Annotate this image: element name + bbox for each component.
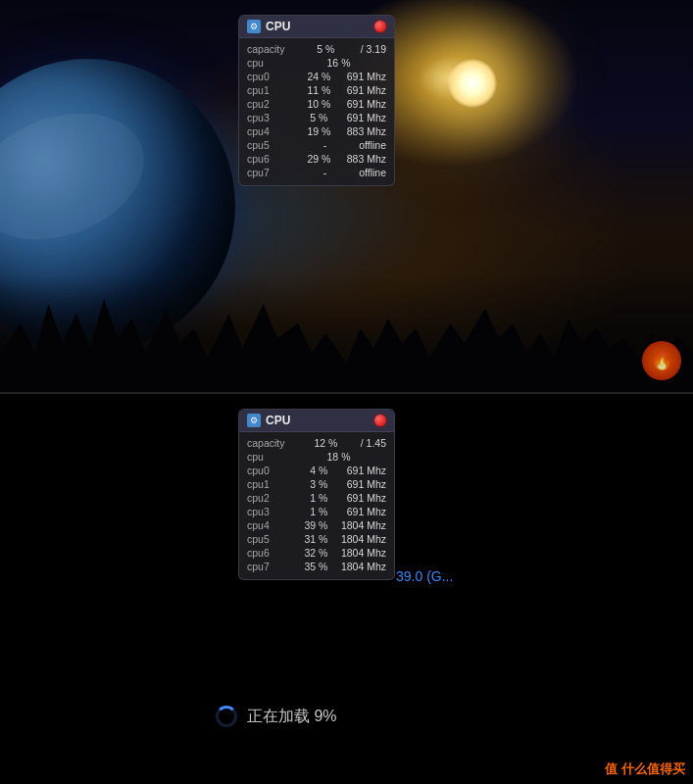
cpu-chip-icon: ⚙ [247,20,261,33]
cpu-row-value: - [323,167,327,178]
trees-silhouette [0,274,693,392]
table-row: cpu31 %691 Mhz [247,505,386,518]
watermark-text: 什么值得买 [621,761,685,776]
loading-spinner [216,706,237,727]
cpu-row-label: cpu6 [247,547,291,559]
cpu-row-extra: 691 Mhz [347,112,386,123]
cpu-row-label: cpu3 [247,506,291,517]
cpu-row-label: cpu7 [247,167,291,178]
table-row: cpu024 %691 Mhz [247,70,386,83]
cpu-row-label: capacity [247,437,291,449]
cpu-chip-icon-b: ⚙ [247,414,261,427]
cpu-row-value: 4 % [310,465,327,476]
table-row: cpu735 %1804 Mhz [247,560,386,573]
cpu-widget-header-top: ⚙ CPU [239,16,394,38]
cpu-row-label: cpu7 [247,561,291,572]
watermark-icon: 值 [605,761,618,776]
table-row: cpu13 %691 Mhz [247,477,386,491]
cpu-close-button-bottom[interactable] [374,415,386,426]
cpu-widget-body-bottom: capacity12 %/ 1.45cpu18 %cpu04 %691 Mhzc… [239,432,394,579]
cpu-widget-header-bottom: ⚙ CPU [239,410,394,432]
bottom-panel: ⚙ CPU capacity12 %/ 1.45cpu18 %cpu04 %69… [0,394,693,784]
cpu-widget-body-top: capacity5 %/ 3.19cpu16 %cpu024 %691 Mhzc… [239,38,394,185]
loading-area: 正在加载 9% [216,706,337,727]
cpu-row-label: cpu2 [247,98,291,110]
cpu-row-value: 11 % [307,84,330,96]
cpu-widget-top: ⚙ CPU capacity5 %/ 3.19cpu16 %cpu024 %69… [238,15,395,186]
cpu-row-label: cpu4 [247,519,291,531]
cpu-row-label: cpu [247,57,291,69]
cpu-row-value: 3 % [310,478,327,490]
cpu-row-extra: / 3.19 [361,43,386,55]
cpu-row-value: 19 % [307,125,330,137]
cpu-row-label: cpu4 [247,125,291,137]
table-row: cpu629 %883 Mhz [247,152,386,166]
table-row: cpu111 %691 Mhz [247,83,386,97]
sun-glow [448,59,497,108]
cpu-widget-title-bottom: CPU [266,414,290,427]
cpu-row-value: 39 % [304,519,327,531]
cpu-row-value: 24 % [307,71,330,82]
cpu-header-left-b: ⚙ CPU [247,414,290,427]
cpu-widget-bottom: ⚙ CPU capacity12 %/ 1.45cpu18 %cpu04 %69… [238,409,395,580]
table-row: cpu18 % [247,450,386,464]
cpu-row-extra: 1804 Mhz [341,561,386,572]
cpu-row-value: 32 % [304,547,327,559]
cpu-row-value: 35 % [304,561,327,572]
table-row: cpu632 %1804 Mhz [247,546,386,560]
overlay-text: 39.0 (G... [396,568,453,584]
cpu-header-left: ⚙ CPU [247,20,290,33]
cpu-row-extra: / 1.45 [361,437,386,449]
cpu-row-label: cpu [247,451,291,463]
cpu-row-label: cpu3 [247,112,291,123]
table-row: cpu5-offline [247,138,386,152]
cpu-row-extra: 691 Mhz [347,84,386,96]
cpu-row-value: 1 % [310,492,327,504]
table-row: cpu7-offline [247,166,386,179]
cpu-row-extra: 883 Mhz [347,125,386,137]
cpu-row-extra: 691 Mhz [347,71,386,82]
cpu-row-extra: 1804 Mhz [341,533,386,545]
cpu-row-extra: 1804 Mhz [341,547,386,559]
cpu-row-value: 12 % [314,437,337,449]
table-row: cpu16 % [247,56,386,70]
cpu-row-extra: 691 Mhz [347,98,386,110]
table-row: cpu04 %691 Mhz [247,464,386,477]
cpu-row-value: 31 % [304,533,327,545]
cpu-row-label: cpu5 [247,139,291,151]
cpu-row-extra: offline [359,167,386,178]
cpu-row-value: 5 % [310,112,327,123]
cpu-row-value: 10 % [307,98,330,110]
cpu-row-extra: 691 Mhz [347,478,386,490]
loading-text: 正在加载 9% [247,707,337,727]
cpu-row-label: cpu1 [247,84,291,96]
table-row: cpu531 %1804 Mhz [247,532,386,546]
cpu-row-value: 18 % [327,451,351,463]
cpu-row-extra: 1804 Mhz [341,519,386,531]
cpu-row-label: capacity [247,43,291,55]
cpu-row-label: cpu1 [247,478,291,490]
table-row: capacity12 %/ 1.45 [247,436,386,450]
logo-badge-top: 🔥 [642,341,681,380]
cpu-close-button-top[interactable] [374,21,386,32]
table-row: cpu439 %1804 Mhz [247,518,386,532]
cpu-row-extra: 691 Mhz [347,465,386,476]
top-panel: ⚙ CPU capacity5 %/ 3.19cpu16 %cpu024 %69… [0,0,693,392]
watermark: 值 什么值得买 [605,760,685,778]
cpu-row-label: cpu0 [247,465,291,476]
cpu-row-extra: 691 Mhz [347,506,386,517]
table-row: cpu210 %691 Mhz [247,97,386,111]
cpu-row-label: cpu6 [247,153,291,165]
cpu-row-value: 1 % [310,506,327,517]
cpu-row-label: cpu0 [247,71,291,82]
table-row: cpu35 %691 Mhz [247,111,386,124]
cpu-row-label: cpu5 [247,533,291,545]
cpu-row-value: 16 % [327,57,351,69]
cpu-row-extra: offline [359,139,386,151]
cpu-widget-title-top: CPU [266,20,290,33]
cpu-row-label: cpu2 [247,492,291,504]
cpu-row-value: - [323,139,327,151]
cpu-row-value: 5 % [317,43,334,55]
table-row: cpu21 %691 Mhz [247,491,386,505]
cpu-row-extra: 883 Mhz [347,153,386,165]
